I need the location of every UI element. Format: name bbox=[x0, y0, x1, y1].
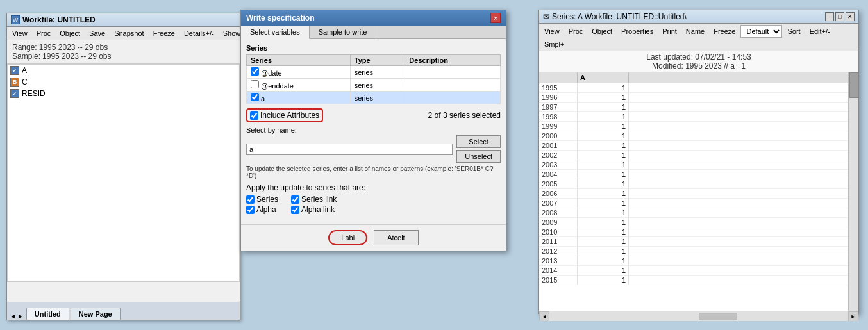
scroll-thumb-h[interactable] bbox=[699, 313, 737, 320]
scroll-right-arrow[interactable]: ► bbox=[848, 311, 858, 322]
dialog-footer: Labi Atcelt bbox=[241, 224, 506, 251]
sample-line: Sample: 1995 2023 -- 29 obs bbox=[12, 52, 235, 61]
data-row: 19951 bbox=[539, 83, 858, 93]
apply-label-row: Apply the update to series that are: bbox=[246, 183, 501, 192]
table-row[interactable]: a series bbox=[247, 92, 501, 104]
tab-nav-arrows: ◄ ► bbox=[10, 313, 24, 320]
toolbar-freeze[interactable]: Freeze bbox=[149, 28, 179, 39]
data-row: 20111 bbox=[539, 237, 858, 247]
horizontal-scrollbar[interactable]: ◄ ► bbox=[539, 311, 858, 321]
workfile-icon: W bbox=[11, 15, 20, 24]
atcelt-button[interactable]: Atcelt bbox=[374, 230, 419, 245]
data-row: 20011 bbox=[539, 141, 858, 151]
cb-enddate[interactable] bbox=[251, 80, 259, 88]
stb-name[interactable]: Name bbox=[681, 24, 709, 38]
vertical-scrollbar[interactable] bbox=[848, 72, 858, 311]
select-button[interactable]: Select bbox=[456, 135, 501, 148]
scroll-left-arrow[interactable]: ◄ bbox=[539, 311, 549, 322]
data-rows-container: 19951 19961 19971 19981 19991 20001 2001… bbox=[539, 83, 858, 285]
name-input[interactable] bbox=[246, 144, 453, 155]
cb-a[interactable] bbox=[251, 93, 259, 101]
range-line: Range: 1995 2023 -- 29 obs bbox=[12, 43, 235, 52]
series-section-label: Series bbox=[246, 44, 501, 52]
stb-proc[interactable]: Proc bbox=[564, 24, 588, 38]
include-attributes-checkbox[interactable] bbox=[250, 111, 258, 120]
workfile-info: Range: 1995 2023 -- 29 obs Sample: 1995 … bbox=[7, 40, 240, 64]
list-item[interactable]: B C bbox=[8, 76, 239, 88]
tab-new-page[interactable]: New Page bbox=[71, 308, 121, 320]
tab-select-variables[interactable]: Select variables bbox=[241, 26, 310, 39]
series-icon-resid: ✓ bbox=[10, 89, 19, 98]
toolbar-details[interactable]: Details+/- bbox=[179, 28, 219, 39]
stb-object[interactable]: Object bbox=[587, 24, 617, 38]
minimize-button[interactable]: — bbox=[825, 12, 834, 21]
dialog-title: Write specification bbox=[246, 13, 314, 22]
data-row: 19971 bbox=[539, 103, 858, 112]
select-by-name-label: Select by name: bbox=[246, 126, 501, 134]
cb-series-link-check[interactable] bbox=[291, 195, 299, 204]
workfile-series-list: ✓ A B C ✓ RESID bbox=[7, 64, 240, 282]
dialog-close-button[interactable]: ✕ bbox=[490, 13, 501, 23]
toolbar-snapshot[interactable]: Snapshot bbox=[110, 28, 148, 39]
cb-alpha-check[interactable] bbox=[246, 206, 255, 214]
workfile-panel: W Workfile: UNTITLED View Proc Object Sa… bbox=[6, 13, 240, 320]
toolbar-view[interactable]: View bbox=[8, 28, 32, 39]
cb-alpha: Alpha bbox=[246, 205, 278, 214]
scrollbar-thumb[interactable] bbox=[849, 72, 858, 98]
workfile-titlebar: W Workfile: UNTITLED bbox=[7, 13, 240, 27]
stb-view[interactable]: View bbox=[540, 24, 564, 38]
tab-untitled[interactable]: Untitled bbox=[26, 308, 69, 320]
series-count-label: 2 of 3 series selected bbox=[428, 111, 501, 120]
data-row: 20051 bbox=[539, 179, 858, 189]
series-title-left: ✉ Series: A Workfile: UNTITLED::Untitled… bbox=[543, 12, 687, 21]
series-name-resid: RESID bbox=[22, 89, 46, 98]
window-controls: — □ ✕ bbox=[825, 12, 855, 21]
cb-alpha-link: Alpha link bbox=[291, 205, 337, 214]
series-icon-a: ✓ bbox=[10, 66, 19, 75]
unselect-button[interactable]: Unselect bbox=[456, 150, 501, 163]
series-icon-c: B bbox=[10, 78, 19, 87]
hint-text: To update the selected series, enter a l… bbox=[246, 165, 501, 179]
data-row: 20101 bbox=[539, 227, 858, 237]
cb-alpha-link-check[interactable] bbox=[291, 206, 299, 214]
cb-series-link: Series link bbox=[291, 195, 337, 204]
list-item[interactable]: ✓ RESID bbox=[8, 88, 239, 99]
data-row: 19991 bbox=[539, 122, 858, 131]
workfile-title: Workfile: UNTITLED bbox=[22, 15, 96, 24]
stb-sort[interactable]: Sort bbox=[783, 24, 805, 38]
maximize-button[interactable]: □ bbox=[835, 12, 844, 21]
cb-series: Series bbox=[246, 195, 278, 204]
labi-button[interactable]: Labi bbox=[328, 230, 367, 245]
close-button[interactable]: ✕ bbox=[846, 12, 855, 21]
cb-date[interactable] bbox=[251, 67, 259, 76]
stb-smpl[interactable]: Smpl+ bbox=[540, 38, 569, 50]
include-attributes-label: Include Attributes bbox=[260, 111, 319, 120]
series-table: Series Type Description @date series @en… bbox=[246, 54, 501, 104]
data-scroll-area[interactable]: A 19951 19961 19971 19981 19991 20001 20… bbox=[539, 72, 858, 311]
toolbar-proc[interactable]: Proc bbox=[32, 28, 56, 39]
tab-sample-to-write[interactable]: Sample to write bbox=[310, 26, 377, 38]
series-window-title: Series: A Workfile: UNTITLED::Untitled\ bbox=[552, 12, 687, 21]
nav-left-arrow[interactable]: ◄ bbox=[10, 313, 16, 320]
table-row[interactable]: @enddate series bbox=[247, 79, 501, 92]
data-grid: A 19951 19961 19971 19981 19991 20001 20… bbox=[539, 72, 858, 321]
col-series: Series bbox=[247, 55, 351, 66]
nav-right-arrow[interactable]: ► bbox=[17, 313, 24, 320]
header-a: A bbox=[578, 72, 629, 83]
toolbar-save[interactable]: Save bbox=[85, 28, 110, 39]
data-row: 20131 bbox=[539, 256, 858, 266]
table-row[interactable]: @date series bbox=[247, 66, 501, 79]
stb-default-dropdown[interactable]: Default bbox=[740, 25, 782, 38]
data-row: 20031 bbox=[539, 160, 858, 170]
scroll-track[interactable] bbox=[549, 312, 848, 321]
cb-series-check[interactable] bbox=[246, 195, 255, 204]
stb-freeze[interactable]: Freeze bbox=[709, 24, 740, 38]
write-spec-dialog: Write specification ✕ Select variables S… bbox=[240, 10, 506, 251]
toolbar-object[interactable]: Object bbox=[55, 28, 85, 39]
stb-edit[interactable]: Edit+/- bbox=[805, 24, 835, 38]
stb-properties[interactable]: Properties bbox=[617, 24, 658, 38]
data-row: 20001 bbox=[539, 131, 858, 141]
stb-print[interactable]: Print bbox=[658, 24, 681, 38]
series-name-c: C bbox=[22, 78, 28, 87]
list-item[interactable]: ✓ A bbox=[8, 65, 239, 76]
